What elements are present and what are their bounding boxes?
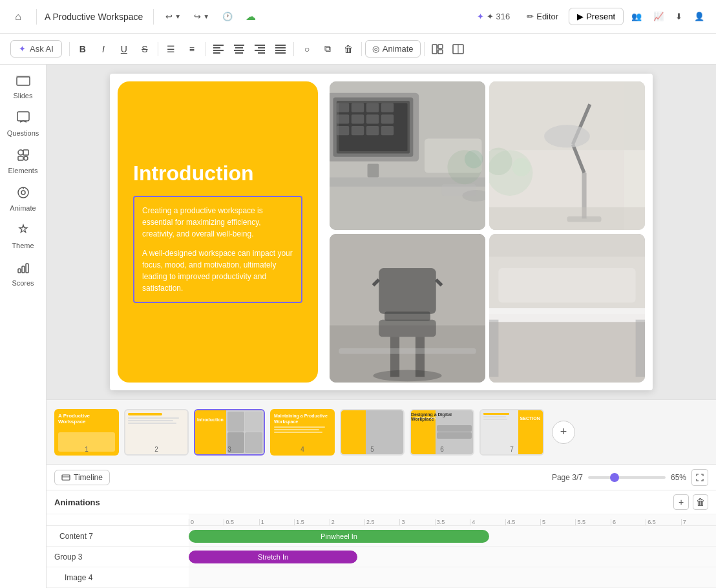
shape-button[interactable]: ○	[297, 39, 317, 59]
divider	[36, 9, 37, 25]
bold-icon: B	[79, 44, 86, 54]
anim-row-group3[interactable]: Group 3 Stretch In	[47, 547, 716, 567]
profile-icon: 👤	[694, 12, 704, 21]
present-button[interactable]: ▶ Present	[569, 8, 624, 25]
sidebar-item-scores[interactable]: Scores	[3, 256, 43, 292]
sidebar-item-questions[interactable]: Questions	[3, 106, 43, 142]
slide-text-box[interactable]: Creating a productive workspace is essen…	[133, 196, 302, 303]
svg-rect-46	[352, 114, 364, 123]
image-chair[interactable]	[330, 234, 485, 383]
svg-rect-47	[366, 114, 379, 123]
fullscreen-button[interactable]	[691, 469, 708, 486]
bold-button[interactable]: B	[73, 39, 92, 59]
layout2-button[interactable]	[448, 39, 468, 59]
align-center-button[interactable]	[229, 39, 249, 59]
numbered-list-button[interactable]: ≡	[182, 39, 202, 59]
animations-title: Animations	[54, 498, 669, 507]
anim-row-image4[interactable]: Image 4	[47, 567, 716, 588]
redo-dropdown-icon: ▼	[203, 13, 209, 20]
sidebar-item-elements[interactable]: Elements	[3, 143, 43, 180]
add-animation-button[interactable]: +	[673, 494, 689, 510]
document-title[interactable]: A Productive Workspace	[45, 12, 143, 22]
zoom-slider[interactable]	[588, 476, 666, 479]
duplicate-button[interactable]: ⧉	[318, 39, 337, 59]
undo-dropdown-icon: ▼	[174, 13, 181, 20]
profile-button[interactable]: 👤	[690, 9, 708, 24]
undo-icon: ↩	[165, 12, 173, 21]
theme-label: Theme	[12, 242, 34, 249]
timeline-toggle-button[interactable]: Timeline	[54, 470, 110, 485]
questions-label: Questions	[7, 129, 39, 137]
svg-rect-51	[366, 126, 379, 135]
svg-rect-52	[381, 126, 394, 135]
cloud-save-button[interactable]: ☁	[242, 8, 260, 25]
slides-label: Slides	[14, 92, 33, 100]
editor-button[interactable]: ✏ Editor	[520, 8, 565, 25]
svg-rect-17	[438, 45, 443, 48]
thumbnail-3[interactable]: Introduction 3	[194, 409, 265, 456]
stretch-in-label: Stretch In	[258, 553, 288, 561]
image-lamp[interactable]	[489, 81, 645, 230]
sidebar-item-slides[interactable]: Slides	[3, 70, 43, 105]
editor-label: Editor	[536, 12, 558, 21]
svg-rect-90	[62, 475, 70, 480]
slide-title[interactable]: Introduction	[133, 162, 302, 185]
thumbnail-6[interactable]: Introduction Designing a Digital Workpla…	[410, 409, 474, 456]
thumb5-num: 5	[370, 446, 374, 453]
ai-count-button[interactable]: ✦ ✦ 316	[470, 8, 516, 25]
timeline-ruler-row: 0 0.5 1 1.5 2 2.5 3 3.5 4 4.5 5 5.5	[47, 514, 716, 526]
svg-rect-10	[255, 50, 265, 51]
svg-rect-82	[339, 348, 476, 354]
redo-button[interactable]: ↪ ▼	[190, 9, 213, 24]
bullet-list-button[interactable]: ☰	[162, 39, 181, 59]
anim-row-content7[interactable]: Content 7 Pinwheel In	[47, 526, 716, 547]
underline-button[interactable]: U	[114, 39, 134, 59]
ruler-25: 2.5	[364, 519, 399, 525]
image-desk-monitor[interactable]	[330, 81, 485, 230]
image-desk2[interactable]	[489, 234, 645, 383]
delete-button[interactable]: 🗑	[339, 39, 358, 59]
sidebar-item-animate[interactable]: Animate	[3, 181, 43, 217]
svg-rect-0	[213, 45, 224, 46]
ruler-55: 5.5	[575, 519, 610, 525]
align-left-button[interactable]	[209, 39, 228, 59]
svg-rect-85	[489, 308, 645, 322]
download-button[interactable]: ⬇	[671, 9, 686, 24]
strikethrough-button[interactable]: S	[135, 39, 154, 59]
layout1-button[interactable]	[428, 39, 447, 59]
divider	[69, 42, 70, 56]
italic-button[interactable]: I	[94, 39, 113, 59]
align-right-button[interactable]	[250, 39, 269, 59]
slide-left-panel: Introduction Creating a productive works…	[118, 81, 318, 383]
svg-rect-68	[489, 207, 645, 230]
home-button[interactable]: ⌂	[8, 6, 28, 27]
fullscreen-icon	[696, 474, 704, 481]
add-slide-button[interactable]: +	[552, 421, 575, 444]
thumbnail-7[interactable]: SECTION 7	[479, 409, 544, 456]
align-left-icon	[213, 45, 224, 54]
animate-button[interactable]: ◎ Animate	[365, 40, 421, 58]
canvas-area[interactable]: Introduction Creating a productive works…	[47, 65, 716, 399]
history-button[interactable]: 🕐	[218, 9, 237, 24]
collaborate-icon: 👥	[631, 12, 642, 21]
ask-ai-button[interactable]: ✦ Ask AI	[10, 40, 62, 58]
justify-button[interactable]	[271, 39, 290, 59]
svg-rect-2	[213, 50, 224, 51]
thumbnail-2[interactable]: 2	[124, 409, 189, 456]
sidebar-item-theme[interactable]: Theme	[3, 218, 43, 255]
svg-rect-21	[17, 77, 30, 85]
zoom-thumb[interactable]	[610, 473, 619, 482]
undo-button[interactable]: ↩ ▼	[162, 9, 185, 24]
thumbnail-1[interactable]: A Productive Workspace 1	[54, 409, 119, 456]
svg-rect-53	[368, 163, 379, 177]
svg-rect-41	[337, 103, 349, 112]
svg-rect-43	[366, 103, 379, 112]
cloud-icon: ☁	[246, 10, 256, 23]
thumbnail-5[interactable]: 5	[340, 409, 405, 456]
analytics-button[interactable]: 📈	[649, 9, 668, 24]
svg-rect-6	[234, 50, 244, 51]
thumb1-num: 1	[85, 446, 89, 453]
collaborate-button[interactable]: 👥	[627, 9, 646, 24]
delete-animation-button[interactable]: 🗑	[693, 494, 708, 510]
thumbnail-4[interactable]: Maintaining a Productive Workspace 4	[270, 409, 335, 456]
